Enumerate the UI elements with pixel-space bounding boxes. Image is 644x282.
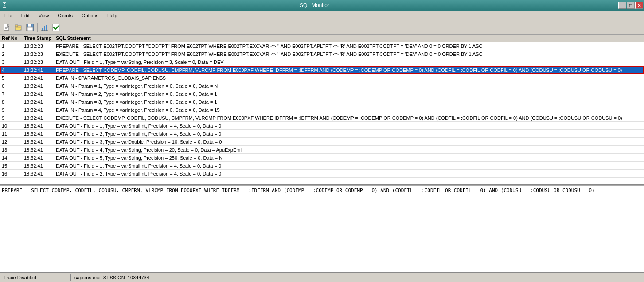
menu-clients[interactable]: Clients <box>55 12 75 19</box>
menu-file[interactable]: File <box>2 12 15 19</box>
cell-refno: 8 <box>0 99 22 105</box>
main-content: Ref No Time Stamp SQL Statement 118:32:2… <box>0 35 644 272</box>
grid-body[interactable]: 118:32:23PREPARE - SELECT E002TPT.CODTPT… <box>0 42 644 184</box>
cell-refno: 16 <box>0 171 22 177</box>
table-row[interactable]: 818:32:41DATA IN - Param = 3, Type = var… <box>0 98 644 106</box>
detail-panel: PREPARE - SELECT CODEMP, CODFIL, CODUSU,… <box>0 185 644 272</box>
table-row[interactable]: 1018:32:41DATA OUT - Field = 1, Type = v… <box>0 122 644 130</box>
table-row[interactable]: 318:32:23DATA OUT - Field = 1, Type = va… <box>0 58 644 66</box>
cell-timestamp: 18:32:41 <box>22 131 54 137</box>
toolbar-new-button[interactable] <box>2 22 12 33</box>
table-row[interactable]: 1118:32:41DATA OUT - Field = 2, Type = v… <box>0 130 644 138</box>
table-row[interactable]: 518:32:41DATA IN - $PARAMETROS_GLOBAIS_S… <box>0 74 644 82</box>
cell-timestamp: 18:32:23 <box>22 51 54 57</box>
cell-timestamp: 18:32:41 <box>22 83 54 89</box>
table-row[interactable]: 418:32:41PREPARE - SELECT CODEMP, CODFIL… <box>0 66 644 74</box>
svg-rect-11 <box>44 26 45 31</box>
cell-sql: DATA IN - Param = 1, Type = varInteger, … <box>54 83 644 89</box>
table-row[interactable]: 1518:32:41DATA OUT - Field = 1, Type = v… <box>0 162 644 170</box>
table-row[interactable]: 618:32:41DATA IN - Param = 1, Type = var… <box>0 82 644 90</box>
cell-timestamp: 18:32:41 <box>22 91 54 97</box>
cell-sql: EXECUTE - SELECT CODEMP, CODFIL, CODUSU,… <box>54 115 644 121</box>
cell-refno: 1 <box>0 43 22 49</box>
cell-sql: DATA OUT - Field = 3, Type = varDouble, … <box>54 139 644 145</box>
cell-timestamp: 18:32:23 <box>22 59 54 65</box>
cell-sql: DATA OUT - Field = 2, Type = varSmallInt… <box>54 171 644 177</box>
table-row[interactable]: 918:32:41DATA IN - Param = 4, Type = var… <box>0 106 644 114</box>
cell-refno: 11 <box>0 131 22 137</box>
toolbar-save-button[interactable] <box>25 22 35 33</box>
cell-refno: 9 <box>0 107 22 113</box>
cell-sql: DATA OUT - Field = 4, Type = varString, … <box>54 147 644 153</box>
cell-timestamp: 18:32:23 <box>22 43 54 49</box>
grid-header: Ref No Time Stamp SQL Statement <box>0 35 644 42</box>
menu-edit[interactable]: Edit <box>19 12 32 19</box>
toolbar <box>0 20 644 35</box>
cell-sql: DATA OUT - Field = 1, Type = varSmallInt… <box>54 123 644 129</box>
toolbar-chart-button[interactable] <box>39 22 50 33</box>
title-bar: 🗄 SQL Monitor — □ ✕ <box>0 0 644 11</box>
menu-help[interactable]: Help <box>105 12 120 19</box>
menu-view[interactable]: View <box>36 12 52 19</box>
cell-timestamp: 18:32:41 <box>22 147 54 153</box>
detail-text: PREPARE - SELECT CODEMP, CODFIL, CODUSU,… <box>2 188 595 193</box>
cell-refno: 4 <box>0 67 22 73</box>
cell-refno: 7 <box>0 91 22 97</box>
cell-sql: DATA OUT - Field = 1, Type = varString, … <box>54 59 644 65</box>
svg-marker-6 <box>15 28 21 30</box>
svg-rect-9 <box>27 27 33 31</box>
cell-timestamp: 18:32:41 <box>22 171 54 177</box>
table-row[interactable]: 1618:32:41DATA OUT - Field = 2, Type = v… <box>0 170 644 178</box>
sql-grid: Ref No Time Stamp SQL Statement 118:32:2… <box>0 35 644 185</box>
minimize-button[interactable]: — <box>618 2 626 9</box>
svg-rect-5 <box>15 25 18 27</box>
cell-sql: DATA OUT - Field = 5, Type = varString, … <box>54 155 644 161</box>
cell-sql: PREPARE - SELECT E002TPT.CODTPT "CODTPT"… <box>54 43 644 49</box>
cell-sql: DATA OUT - Field = 2, Type = varSmallInt… <box>54 131 644 137</box>
app-icon: 🗄 <box>0 2 11 8</box>
toolbar-check-button[interactable] <box>51 22 62 33</box>
cell-refno: 14 <box>0 155 22 161</box>
col-header-sql: SQL Statement <box>54 35 644 42</box>
close-button[interactable]: ✕ <box>635 2 643 9</box>
maximize-button[interactable]: □ <box>627 2 635 9</box>
window-controls: — □ ✕ <box>618 2 644 9</box>
table-row[interactable]: 218:32:23EXECUTE - SELECT E002TPT.CODTPT… <box>0 50 644 58</box>
cell-timestamp: 18:32:41 <box>22 75 54 81</box>
svg-rect-8 <box>28 24 31 27</box>
cell-timestamp: 18:32:41 <box>22 123 54 129</box>
cell-sql: PREPARE - SELECT CODEMP, CODFIL, CODUSU,… <box>54 67 644 73</box>
cell-timestamp: 18:32:41 <box>22 163 54 169</box>
cell-refno: 10 <box>0 123 22 129</box>
table-row[interactable]: 118:32:23PREPARE - SELECT E002TPT.CODTPT… <box>0 42 644 50</box>
table-row[interactable]: 1418:32:41DATA OUT - Field = 5, Type = v… <box>0 154 644 162</box>
table-row[interactable]: 1218:32:41DATA OUT - Field = 3, Type = v… <box>0 138 644 146</box>
cell-sql: DATA OUT - Field = 1, Type = varSmallInt… <box>54 163 644 169</box>
toolbar-separator <box>37 23 38 32</box>
cell-sql: DATA IN - Param = 2, Type = varInteger, … <box>54 91 644 97</box>
cell-refno: 3 <box>0 59 22 65</box>
table-row[interactable]: 918:32:41EXECUTE - SELECT CODEMP, CODFIL… <box>0 114 644 122</box>
status-bar: Trace Disabled sapiens.exe_SESSION_10344… <box>0 272 644 282</box>
cell-refno: 15 <box>0 163 22 169</box>
cell-refno: 13 <box>0 147 22 153</box>
svg-rect-10 <box>42 28 43 31</box>
svg-rect-12 <box>46 25 47 31</box>
cell-refno: 9 <box>0 115 22 121</box>
table-row[interactable]: 1318:32:41DATA OUT - Field = 4, Type = v… <box>0 146 644 154</box>
cell-timestamp: 18:32:41 <box>22 67 54 73</box>
cell-timestamp: 18:32:41 <box>22 155 54 161</box>
table-row[interactable]: 718:32:41DATA IN - Param = 2, Type = var… <box>0 90 644 98</box>
cell-sql: DATA IN - Param = 4, Type = varInteger, … <box>54 107 644 113</box>
cell-sql: DATA IN - $PARAMETROS_GLOBAIS_SAPIENS$ <box>54 75 644 81</box>
window-title: SQL Monitor <box>11 2 618 8</box>
cell-timestamp: 18:32:41 <box>22 107 54 113</box>
cell-timestamp: 18:32:41 <box>22 115 54 121</box>
toolbar-open-button[interactable] <box>13 22 24 33</box>
cell-sql: EXECUTE - SELECT E002TPT.CODTPT "CODTPT"… <box>54 51 644 57</box>
status-session-label: sapiens.exe_SESSION_10344734 <box>71 274 153 281</box>
cell-refno: 12 <box>0 139 22 145</box>
cell-refno: 5 <box>0 75 22 81</box>
menu-options[interactable]: Options <box>79 12 101 19</box>
col-header-refno: Ref No <box>0 35 22 42</box>
